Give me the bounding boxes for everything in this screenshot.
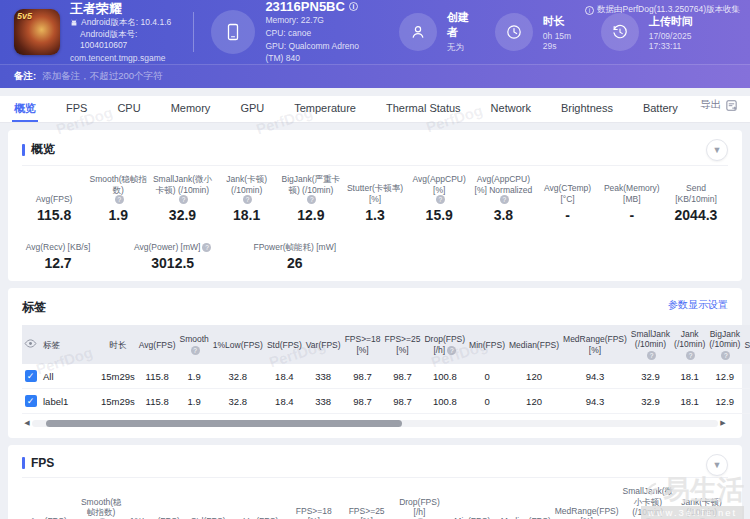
metric: 1%Low(FPS)? 32.8 <box>128 506 182 519</box>
device-info-icon[interactable]: i <box>349 2 358 11</box>
column-info-icon[interactable]: ? <box>191 346 200 355</box>
visibility-column-header <box>22 325 39 364</box>
table-cell: 98.7 <box>383 389 423 414</box>
table-cell: 0 <box>467 389 507 414</box>
column-header: 时长 <box>99 325 137 364</box>
game-name: 王者荣耀 <box>70 1 175 17</box>
column-info-icon[interactable]: ? <box>721 351 730 360</box>
column-header: SmallJank (/10min)? <box>629 325 672 364</box>
tab[interactable]: FPS <box>64 96 89 122</box>
metric: Jank(卡顿) (/10min)? 18.1 <box>675 497 728 519</box>
upload-time-block: 上传时间 17/09/2025 17:33:11 <box>601 13 712 51</box>
row-label: label1 <box>39 389 99 414</box>
perfdog-report-page: i 数据由PerfDog(11.3.250764)版本收集 5v5 王者荣耀 A… <box>0 0 750 519</box>
tab[interactable]: CPU <box>115 96 142 122</box>
scroll-right-arrow[interactable]: ▶ <box>718 419 728 427</box>
table-cell: 12.9 <box>707 389 742 414</box>
table-cell: 120 <box>507 364 561 389</box>
report-header: i 数据由PerfDog(11.3.250764)版本收集 5v5 王者荣耀 A… <box>0 0 750 64</box>
table-cell: 100.8 <box>422 364 467 389</box>
scrollbar-thumb[interactable] <box>46 420 403 427</box>
column-header: Std(FPS) <box>265 325 304 364</box>
table-cell: 15m29s <box>99 364 137 389</box>
android-icon <box>70 19 78 27</box>
tab[interactable]: Thermal Status <box>384 96 463 122</box>
row-checkbox[interactable]: ✓ <box>25 370 37 382</box>
note-placeholder: 添加备注，不超过200个字符 <box>42 70 162 83</box>
tab[interactable]: 概览 <box>12 96 38 122</box>
column-info-icon[interactable]: ? <box>447 346 456 355</box>
duration-value: 0h 15m 29s <box>543 31 577 51</box>
metric: Avg(Power) [mW]? 3012.5 <box>132 231 213 271</box>
tab[interactable]: Network <box>489 96 533 122</box>
column-header: MedRange(FPS)[%] <box>561 325 629 364</box>
table-cell: 18.4 <box>265 389 304 414</box>
metric: Avg(FPS)? 115.8 <box>22 506 75 519</box>
game-icon-badge: 5v5 <box>17 11 32 21</box>
metric-info-icon[interactable]: ? <box>243 195 252 204</box>
column-header: 标签 <box>39 325 99 364</box>
metric: FPS>=25 [%]? 98.7 <box>340 506 393 519</box>
metric: Avg(AppCPU) [%] Normalized? 3.8 <box>471 174 535 223</box>
header-divider <box>193 12 194 52</box>
tab[interactable]: GPU <box>238 96 266 122</box>
table-cell: 120 <box>507 389 561 414</box>
metric: Std(FPS)? 18.4 <box>182 506 235 519</box>
column-header: Smooth? <box>178 325 211 364</box>
note-label: 备注: <box>14 70 36 83</box>
table-cell: 15m29s <box>99 389 137 414</box>
fps-metrics-row-1: Avg(FPS)? 115.8 Smooth(稳帧指数)? 1.9 1%Low(… <box>22 486 728 519</box>
metric: Smooth(稳帧指数)? 1.9 <box>86 174 150 223</box>
fps-collapse-button[interactable]: ▼ <box>706 454 728 476</box>
table-cell: 338 <box>304 389 343 414</box>
column-header: BigJank (/10min)? <box>707 325 742 364</box>
android-version-name: Android版本名: 10.4.1.6 <box>70 17 175 28</box>
history-clock-icon <box>601 13 639 51</box>
metric-info-icon[interactable]: ? <box>115 195 124 204</box>
device-name: 23116PN5BC <box>265 0 345 14</box>
column-info-icon[interactable]: ? <box>647 351 656 360</box>
table-cell: 338 <box>304 364 343 389</box>
table-row: ✓label115m29s115.81.932.818.433898.798.7… <box>22 389 750 414</box>
export-button[interactable]: 导出 <box>700 98 738 112</box>
collector-version-note: i 数据由PerfDog(11.3.250764)版本收集 <box>585 4 740 16</box>
tab[interactable]: Temperature <box>292 96 358 122</box>
labels-table: 标签时长Avg(FPS)Smooth?1%Low(FPS)Std(FPS)Var… <box>22 325 750 414</box>
metric: FPower(帧能耗) [mW]? 26 <box>251 231 338 271</box>
info-icon: i <box>585 6 594 15</box>
metric: Min(FPS)? 0 <box>446 506 499 519</box>
overview-title: 概览 <box>31 141 55 158</box>
tab[interactable]: Memory <box>169 96 213 122</box>
creator-block: 创建者 无为 <box>399 10 471 54</box>
table-cell: 32.8 <box>211 389 265 414</box>
metric-info-icon[interactable]: ? <box>202 243 211 252</box>
metric: MedRange(FPS)[%]? 94.3 <box>553 506 621 519</box>
metric-info-icon[interactable]: ? <box>436 195 445 204</box>
note-strip[interactable]: 备注: 添加备注，不超过200个字符 <box>0 64 750 88</box>
table-cell: 94.3 <box>561 389 629 414</box>
row-checkbox[interactable]: ✓ <box>25 395 37 407</box>
device-memory: Memory: 22.7G <box>265 14 375 27</box>
column-header: FPS>=25 [%] <box>383 325 423 364</box>
metric-info-icon[interactable]: ? <box>179 195 188 204</box>
metric: FPS>=18 [%]? 98.7 <box>287 506 340 519</box>
overview-collapse-button[interactable]: ▼ <box>706 139 728 161</box>
parameter-display-settings-link[interactable]: 参数显示设置 <box>668 298 728 312</box>
creator-value: 无为 <box>447 42 471 54</box>
table-cell: 1.3 <box>742 364 750 389</box>
metric: Drop(FPS) [/h]? 100.8 <box>393 497 446 519</box>
metric-info-icon[interactable]: ? <box>500 195 509 204</box>
scrollbar-track[interactable] <box>32 420 718 427</box>
table-cell: 94.3 <box>561 364 629 389</box>
scroll-left-arrow[interactable]: ◀ <box>22 419 32 427</box>
column-info-icon[interactable]: ? <box>686 351 695 360</box>
fps-title: FPS <box>31 456 54 470</box>
device-block: 23116PN5BC i Memory: 22.7G CPU: canoe GP… <box>211 0 375 65</box>
tab[interactable]: Battery <box>641 96 680 122</box>
metric-info-icon[interactable]: ? <box>307 195 316 204</box>
table-cell: 12.9 <box>707 364 742 389</box>
metric-tabbar: 概览 FPS CPU Memory GPU Temperature Therma… <box>0 96 750 123</box>
tab[interactable]: Brightness <box>559 96 615 122</box>
metric: Median(FPS)? 120 <box>499 506 553 519</box>
duration-block: 时长 0h 15m 29s <box>495 13 577 51</box>
